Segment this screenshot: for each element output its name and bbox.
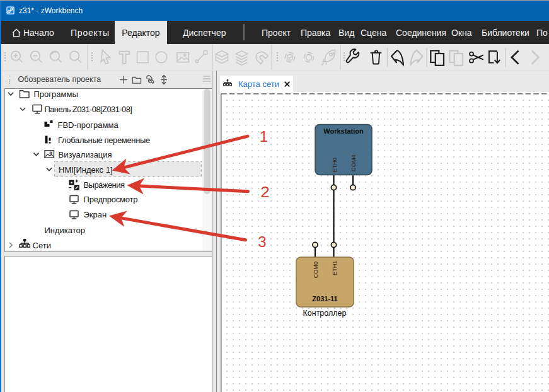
svg-text:3: 3 <box>258 233 267 250</box>
svg-text:2: 2 <box>260 183 270 200</box>
svg-text:1: 1 <box>260 128 268 145</box>
